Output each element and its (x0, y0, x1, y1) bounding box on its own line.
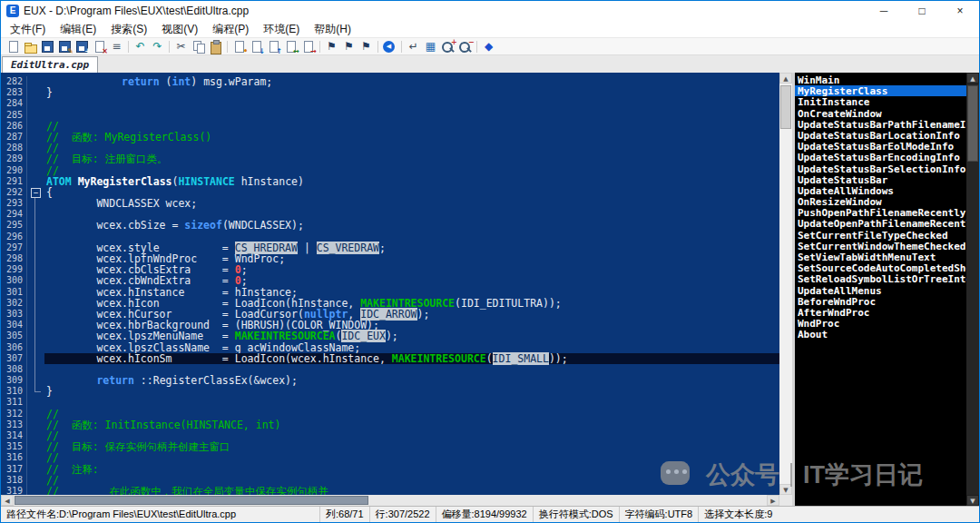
maximize-button[interactable]: □ (903, 1, 941, 21)
code-line-311[interactable]: 311 (1, 397, 779, 408)
code-line-284[interactable]: 284 (1, 98, 779, 109)
menu-help[interactable]: 帮助(H) (307, 21, 358, 38)
symbol-item-OnResizeWindow[interactable]: OnResizeWindow (795, 196, 966, 207)
replace-button[interactable]: ↔ (282, 39, 299, 54)
code-line-307[interactable]: 307 wcex.hIconSm = LoadIcon(wcex.hInstan… (1, 353, 779, 364)
find-previous-button[interactable]: ↑ (265, 39, 282, 54)
close-file-button[interactable]: × (91, 39, 108, 54)
symbol-item-UpdateStatusBar[interactable]: UpdateStatusBar (795, 174, 966, 185)
symbol-item-About[interactable]: About (795, 329, 966, 340)
scroll-up-icon[interactable]: ▲ (779, 73, 792, 84)
line-number: 319 (1, 486, 26, 495)
code-line-291[interactable]: 291ATOM MyRegisterClass(HINSTANCE hInsta… (1, 176, 779, 187)
symbol-item-InitInstance[interactable]: InitInstance (795, 96, 966, 107)
editor-vertical-scrollbar[interactable]: ▲ ▼ (779, 73, 792, 495)
open-file-button[interactable] (22, 39, 39, 54)
find-button[interactable]: • (230, 39, 248, 54)
symbol-item-UpdateStatusBarSelectionInfo[interactable]: UpdateStatusBarSelectionInfo (795, 163, 966, 174)
symbol-item-UpdateAllMenus[interactable]: UpdateAllMenus (795, 285, 966, 296)
goto-line-button[interactable]: → (299, 39, 317, 54)
menu-search[interactable]: 搜索(S) (103, 21, 154, 38)
symbol-item-UpdateStatusBarPathFilenameInfo[interactable]: UpdateStatusBarPathFilenameInfo (795, 119, 966, 130)
symbol-item-SetCurrentWindowThemeChecked[interactable]: SetCurrentWindowThemeChecked (795, 241, 966, 252)
tile-windows-button[interactable]: ▦ (422, 39, 439, 54)
symbol-item-BeforeWndProc[interactable]: BeforeWndProc (795, 296, 966, 307)
toggle-bookmark-button[interactable]: ⚑ (323, 39, 340, 54)
symbol-scrollbar[interactable]: ▲ ▼ (966, 73, 979, 506)
new-file-button[interactable] (5, 39, 22, 54)
symbol-item-UpdateStatusBarEolModeInfo[interactable]: UpdateStatusBarEolModeInfo (795, 141, 966, 152)
symbol-item-MyRegisterClass[interactable]: MyRegisterClass (795, 85, 966, 96)
menu-environment[interactable]: 环境(E) (256, 21, 307, 38)
code-line-319[interactable]: 319// 在此函数中，我们在全局变量中保存实例句柄并 (1, 486, 779, 495)
vscroll-thumb[interactable] (780, 85, 791, 129)
editor-horizontal-scrollbar[interactable]: ◀ ▶ (1, 495, 792, 506)
previous-bookmark-button[interactable]: ⚑ (340, 39, 358, 54)
code-text: // 函数: InitInstance(HINSTANCE, int) (44, 419, 779, 430)
menu-view[interactable]: 视图(V) (154, 21, 205, 38)
symbol-item-SetCurrentFileTypeChecked[interactable]: SetCurrentFileTypeChecked (795, 230, 966, 241)
tab-editultra-cpp[interactable]: EditUltra.cpp (2, 56, 98, 73)
symbol-item-UpdateStatusBarLocationInfo[interactable]: UpdateStatusBarLocationInfo (795, 130, 966, 141)
word-wrap-button[interactable]: ↵ (405, 39, 422, 54)
zoom-out-button[interactable]: − (456, 39, 474, 54)
zoom-in-button[interactable]: + (439, 39, 456, 54)
code-line-316[interactable]: 316// (1, 452, 779, 463)
code-line-313[interactable]: 313// 函数: InitInstance(HINSTANCE, int) (1, 419, 779, 430)
run-button[interactable]: ◆ (480, 39, 497, 54)
symbol-item-PushOpenPathFilenameRecently[interactable]: PushOpenPathFilenameRecently (795, 207, 966, 218)
menu-edit[interactable]: 编辑(E) (53, 21, 103, 38)
symbol-item-WinMain[interactable]: WinMain (795, 74, 966, 85)
find-next-button[interactable]: ↓ (248, 39, 265, 54)
cut-button[interactable]: ✂ (172, 39, 190, 54)
menu-program[interactable]: 编程(P) (205, 21, 256, 38)
undo-button[interactable]: ↶ (132, 39, 149, 54)
symbol-scroll-thumb[interactable] (967, 85, 978, 162)
symbol-item-SetReloadSymbolListOrTreeInterva[interactable]: SetReloadSymbolListOrTreeInterva (795, 273, 966, 284)
code-line-317[interactable]: 317// 注释: (1, 464, 779, 475)
code-line-282[interactable]: 282 return (int) msg.wParam; (1, 76, 779, 87)
scroll-right-icon[interactable]: ▶ (767, 495, 779, 506)
code-line-295[interactable]: 295 wcex.cbSize = sizeof(WNDCLASSEX); (1, 220, 779, 231)
code-text: // 目标: 保存实例句柄并创建主窗口 (44, 441, 779, 452)
symbol-item-UpdateStatusBarEncodingInfo[interactable]: UpdateStatusBarEncodingInfo (795, 152, 966, 163)
symbol-scroll-down-icon[interactable]: ▼ (966, 495, 979, 506)
symbol-item-UpdateAllWindows[interactable]: UpdateAllWindows (795, 185, 966, 196)
code-line-287[interactable]: 287// 函数: MyRegisterClass() (1, 132, 779, 143)
save-as-icon: ✎ (57, 40, 73, 54)
symbol-item-SetViewTabWidthMenuText[interactable]: SetViewTabWidthMenuText (795, 252, 966, 262)
save-as-button[interactable]: ✎ (56, 39, 74, 54)
line-number: 290 (1, 165, 26, 176)
scroll-down-icon[interactable]: ▼ (779, 484, 792, 495)
code-line-283[interactable]: 283} (1, 87, 779, 98)
symbol-item-OnCreateWindow[interactable]: OnCreateWindow (795, 108, 966, 119)
navigate-back-button[interactable]: ◀ (381, 39, 398, 54)
print-button[interactable]: ≡ (108, 39, 125, 54)
symbol-item-WndProc[interactable]: WndProc (795, 318, 966, 329)
code-line-285[interactable]: 285 (1, 110, 779, 121)
paste-button[interactable] (207, 39, 224, 54)
hscroll-thumb[interactable] (15, 496, 368, 505)
symbol-scroll-up-icon[interactable]: ▲ (966, 73, 979, 84)
code-line-315[interactable]: 315// 目标: 保存实例句柄并创建主窗口 (1, 441, 779, 452)
scroll-left-icon[interactable]: ◀ (1, 495, 14, 506)
save-file-button[interactable] (39, 39, 56, 54)
symbol-item-AfterWndProc[interactable]: AfterWndProc (795, 307, 966, 318)
code-line-309[interactable]: 309 return ::RegisterClassEx(&wcex); (1, 375, 779, 386)
status-encoding: 字符编码:UTF8 (620, 507, 700, 522)
fold-collapse-icon[interactable] (26, 187, 44, 198)
symbol-item-UpdateOpenPathFilenameRecently[interactable]: UpdateOpenPathFilenameRecently (795, 218, 966, 229)
next-bookmark-button[interactable]: ⚑ (358, 39, 375, 54)
close-button[interactable]: × (941, 1, 979, 21)
code-line-310[interactable]: 310} (1, 386, 779, 397)
redo-button[interactable]: ↷ (149, 39, 166, 54)
copy-button[interactable] (190, 39, 207, 54)
minimize-button[interactable]: ─ (865, 1, 903, 21)
symbol-item-SetSourceCodeAutoCompletedShowA[interactable]: SetSourceCodeAutoCompletedShowA (795, 262, 966, 273)
code-editor[interactable]: 282 return (int) msg.wParam;283}28428528… (1, 73, 779, 495)
code-line-293[interactable]: 293 WNDCLASSEX wcex; (1, 198, 779, 209)
title-bar[interactable]: E EUX - D:\Program Files\EUX\test\EditUl… (1, 1, 979, 21)
save-all-button[interactable]: + (74, 39, 91, 54)
code-line-289[interactable]: 289// 目标: 注册窗口类。 (1, 153, 779, 164)
menu-file[interactable]: 文件(F) (3, 21, 53, 38)
